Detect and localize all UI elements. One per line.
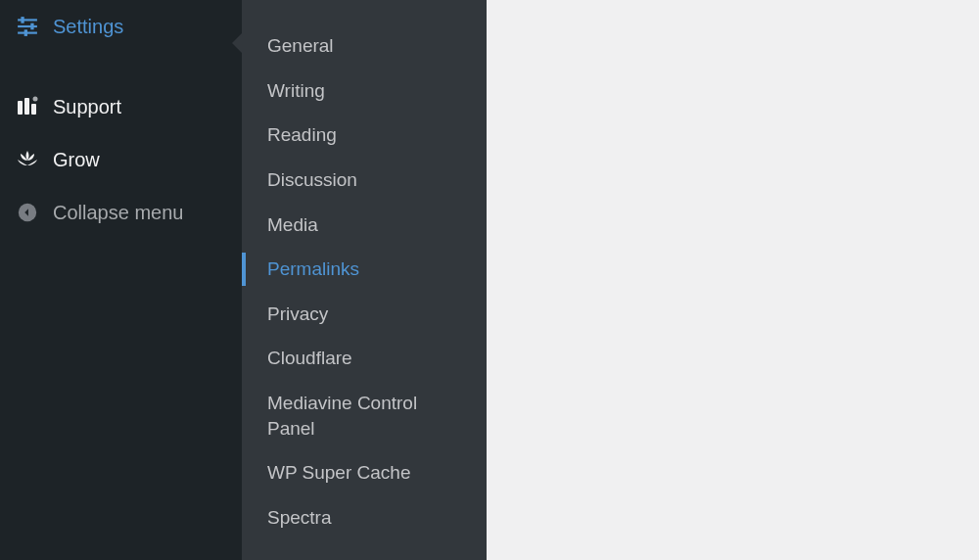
settings-submenu: General Writing Reading Discussion Media… [242, 0, 487, 560]
sidebar-item-grow[interactable]: Grow [0, 133, 242, 186]
submenu-item-mediavine[interactable]: Mediavine Control Panel [242, 381, 487, 450]
submenu-item-media[interactable]: Media [242, 203, 487, 248]
svg-rect-1 [18, 25, 37, 27]
submenu-item-label: WP Super Cache [267, 462, 410, 483]
svg-rect-0 [18, 19, 37, 21]
bars-icon [14, 93, 41, 120]
submenu-item-general[interactable]: General [242, 23, 487, 69]
submenu-item-label: Spectra [267, 507, 331, 528]
sidebar-collapse-menu[interactable]: Collapse menu [0, 186, 242, 239]
sidebar-item-label: Support [53, 96, 121, 118]
svg-rect-7 [24, 98, 29, 115]
admin-sidebar: Settings Support Grow [0, 0, 242, 560]
submenu-item-label: Discussion [267, 169, 357, 190]
submenu-item-label: Cloudflare [267, 348, 352, 368]
submenu-item-label: Mediavine Control Panel [267, 393, 417, 439]
submenu-item-writing[interactable]: Writing [242, 69, 487, 114]
submenu-item-label: Writing [267, 80, 325, 101]
sidebar-item-settings[interactable]: Settings [0, 0, 242, 53]
svg-rect-6 [18, 101, 23, 115]
submenu-item-reading[interactable]: Reading [242, 113, 487, 158]
submenu-item-label: Reading [267, 124, 337, 145]
submenu-item-label: Media [267, 214, 318, 235]
submenu-item-label: Privacy [267, 303, 328, 324]
submenu-item-wpsupercache[interactable]: WP Super Cache [242, 450, 487, 495]
svg-rect-3 [21, 17, 23, 23]
lotus-icon [14, 146, 41, 173]
submenu-item-label: General [267, 35, 334, 56]
svg-rect-4 [30, 23, 33, 30]
submenu-item-spectra[interactable]: Spectra [242, 495, 487, 540]
sidebar-item-label: Settings [53, 16, 123, 38]
sidebar-item-label: Collapse menu [53, 202, 183, 224]
submenu-item-cloudflare[interactable]: Cloudflare [242, 336, 487, 381]
submenu-item-privacy[interactable]: Privacy [242, 292, 487, 337]
sidebar-item-support[interactable]: Support [0, 80, 242, 133]
svg-rect-5 [24, 29, 27, 36]
sliders-icon [14, 13, 41, 40]
svg-point-9 [33, 97, 38, 102]
submenu-item-discussion[interactable]: Discussion [242, 158, 487, 203]
svg-rect-8 [31, 104, 36, 115]
submenu-item-permalinks[interactable]: Permalinks [242, 247, 487, 292]
circle-left-icon [14, 199, 41, 226]
sidebar-item-label: Grow [53, 149, 100, 171]
submenu-item-label: Permalinks [267, 258, 359, 279]
